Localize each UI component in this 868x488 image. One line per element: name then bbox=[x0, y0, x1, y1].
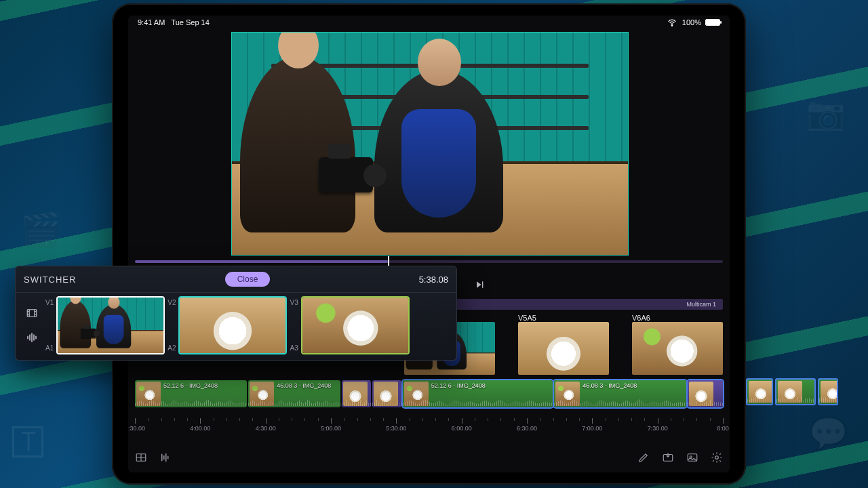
angle-5[interactable]: V5A5 bbox=[502, 314, 609, 375]
clip-meta: 52.12 6 - IMG_2408 bbox=[431, 382, 551, 389]
switcher-angle-3[interactable]: V3A3 bbox=[290, 298, 408, 353]
svg-rect-14 bbox=[33, 335, 35, 341]
status-time: 9:41 AM bbox=[138, 18, 165, 26]
time-ruler[interactable]: 3:30.004:00.004:30.005:00.005:30.006:00.… bbox=[135, 418, 723, 439]
timeline-clip[interactable]: 46.08 3 - IMG_2408 bbox=[554, 380, 686, 407]
switcher-v2-label: V2 bbox=[167, 299, 176, 306]
waveform-icon[interactable] bbox=[26, 331, 38, 344]
multicam-name: Multicam 1 bbox=[686, 301, 716, 308]
switcher-angle-2[interactable]: V2A2 bbox=[167, 298, 285, 353]
tablet-frame: 9:41 AM Tue Sep 14 100% bbox=[112, 3, 746, 485]
ruler-label: 6:00.00 bbox=[452, 425, 472, 432]
screen: 9:41 AM Tue Sep 14 100% bbox=[128, 16, 730, 472]
svg-rect-15 bbox=[35, 336, 37, 340]
ruler-label: 4:30.00 bbox=[256, 425, 276, 432]
timeline-clip[interactable] bbox=[688, 380, 723, 407]
svg-rect-10 bbox=[27, 310, 37, 317]
status-bar: 9:41 AM Tue Sep 14 100% bbox=[128, 16, 730, 29]
close-button[interactable]: Close bbox=[225, 272, 271, 287]
angle-label-v6: V6 bbox=[632, 314, 641, 322]
switcher-v3-label: V3 bbox=[290, 299, 298, 306]
switcher-title: SWITCHER bbox=[24, 274, 76, 285]
clip-meta: 52.12 6 - IMG_2408 bbox=[163, 382, 244, 389]
preview-viewer[interactable] bbox=[231, 32, 629, 256]
battery-icon bbox=[705, 19, 720, 26]
switcher-v1-label: V1 bbox=[45, 299, 54, 306]
angle-label-a6: A6 bbox=[641, 314, 650, 322]
timeline-clip[interactable] bbox=[775, 378, 816, 405]
preview-scene bbox=[232, 33, 628, 255]
clip-meta: 46.08 3 - IMG_2408 bbox=[277, 382, 338, 389]
mini-timeline-fill bbox=[135, 260, 388, 263]
skip-next-button[interactable] bbox=[474, 279, 485, 290]
settings-icon[interactable] bbox=[711, 451, 723, 464]
switcher-timecode: 5:38.08 bbox=[419, 274, 448, 285]
status-battery-pct: 100% bbox=[682, 18, 701, 26]
ruler-label: 8:00 bbox=[717, 425, 729, 432]
timeline-clip[interactable]: 46.08 3 - IMG_2408 bbox=[248, 380, 340, 407]
ruler-label: 7:00.00 bbox=[582, 425, 602, 432]
film-icon[interactable] bbox=[26, 307, 38, 319]
svg-rect-12 bbox=[29, 335, 31, 341]
media-icon[interactable] bbox=[686, 451, 698, 464]
ruler-label: 3:30.00 bbox=[128, 425, 145, 432]
svg-rect-2 bbox=[161, 454, 163, 462]
ruler-label: 7:30.00 bbox=[648, 425, 668, 432]
switcher-angle-1[interactable]: V1A1 bbox=[45, 298, 163, 353]
timeline-clip[interactable] bbox=[746, 378, 773, 405]
svg-rect-4 bbox=[165, 453, 167, 462]
svg-point-0 bbox=[671, 25, 672, 26]
switcher-a3-label: A3 bbox=[290, 344, 298, 352]
svg-rect-5 bbox=[167, 456, 169, 460]
import-icon[interactable] bbox=[662, 451, 674, 464]
ruler-label: 5:30.00 bbox=[386, 425, 406, 432]
angle-6[interactable]: V6A6 bbox=[616, 314, 723, 375]
overflow-clips bbox=[746, 378, 838, 405]
timeline-clip[interactable] bbox=[372, 380, 401, 407]
clip-meta: 46.08 3 - IMG_2408 bbox=[583, 382, 683, 389]
timeline[interactable]: 52.12 6 - IMG_240846.08 3 - IMG_240852.1… bbox=[135, 380, 723, 413]
switcher-a2-label: A2 bbox=[167, 344, 176, 352]
switcher-panel: SWITCHER Close 5:38.08 V1A1 V2A2 V3A3 bbox=[15, 266, 457, 361]
ruler-label: 5:00.00 bbox=[321, 425, 341, 432]
bottom-toolbar bbox=[135, 448, 723, 467]
svg-rect-13 bbox=[31, 333, 33, 342]
timeline-clip[interactable]: 52.12 6 - IMG_2408 bbox=[135, 380, 247, 407]
svg-rect-3 bbox=[163, 455, 165, 460]
angle-label-a5: A5 bbox=[527, 314, 536, 322]
wifi-icon bbox=[666, 16, 678, 28]
switcher-a1-label: A1 bbox=[45, 344, 54, 352]
angle-label-v5: V5 bbox=[518, 314, 527, 322]
pencil-icon[interactable] bbox=[637, 451, 650, 464]
ruler-label: 4:00.00 bbox=[190, 425, 210, 432]
layout-icon[interactable] bbox=[135, 451, 147, 464]
svg-rect-11 bbox=[27, 336, 28, 340]
ruler-label: 6:30.00 bbox=[517, 425, 537, 432]
svg-point-9 bbox=[715, 456, 719, 460]
timeline-clip[interactable] bbox=[342, 380, 371, 407]
timeline-clip[interactable]: 52.12 6 - IMG_2408 bbox=[403, 380, 553, 407]
timeline-clip[interactable] bbox=[818, 378, 838, 405]
status-date: Tue Sep 14 bbox=[171, 18, 209, 26]
tracks-icon[interactable] bbox=[159, 451, 172, 464]
